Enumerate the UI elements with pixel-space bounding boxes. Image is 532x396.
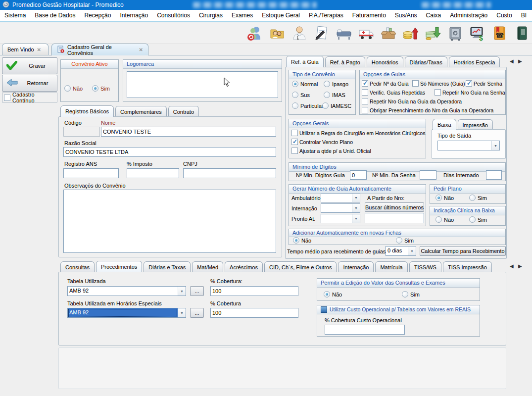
razao-social-field[interactable] [63,147,276,157]
menu-item-sus-ans[interactable]: Sus/Ans [390,10,422,21]
indicacao-nao-radio[interactable]: Não [435,216,454,223]
tab-ref-a-pagto[interactable]: Ref. à Pagto [325,56,365,67]
nome-field[interactable] [101,127,276,137]
menu-item-pa-terapias[interactable]: P.A./Terapias [304,10,348,21]
chevron-down-icon[interactable]: ▼ [352,194,360,202]
imposto-field[interactable] [127,168,179,178]
tipo-particular-radio[interactable]: Particular [292,102,323,109]
tab-horarios-especiais[interactable]: Horários Especia [449,56,500,67]
menu-item-bi[interactable]: BI [517,10,531,21]
tabela-utilizada-select[interactable]: AMB 92▼ [67,286,186,296]
tab-scroll-left-icon[interactable]: ◀ [510,58,514,64]
ambulatorio-select[interactable]: ▼ [321,193,360,202]
menu-item-cirurgias[interactable]: Cirurgias [194,10,227,21]
continuous-registration-checkbox[interactable]: Cadastro Contínuo [2,93,57,102]
menu-item-consultorios[interactable]: Consultórios [152,10,194,21]
bottom-tab-scroll-left-icon[interactable]: ◀ [510,263,514,269]
payment-down-icon[interactable] [422,23,444,43]
pedir-numero-guia-checkbox[interactable]: Pedir Nº da Guia [362,80,409,87]
tab-honorarios[interactable]: Honorários [367,56,403,67]
tipo-iamesc-radio[interactable]: IAMESC [322,102,351,109]
close-tab-icon[interactable]: ✕ [37,47,41,52]
plano-nao-radio[interactable]: Não [435,195,454,201]
cobertura1-field[interactable] [210,286,298,296]
toggle-square-icon[interactable] [321,306,327,313]
safe-icon[interactable] [444,23,466,43]
hospital-bed-icon[interactable] [333,23,355,43]
observacoes-textarea[interactable] [63,190,276,253]
tab-acrescimos[interactable]: Acréscimos [225,261,263,272]
menu-item-caixa[interactable]: Caixa [422,10,446,21]
chevron-down-icon[interactable]: ▼ [352,204,360,212]
logomarca-image-box[interactable] [127,71,278,98]
tipo-ipasgo-radio[interactable]: Ipasgo [324,81,348,87]
tab-tiss-impressao[interactable]: TISS Impressão [443,261,492,272]
fichas-nao-radio[interactable]: Não [293,237,311,244]
chevron-down-icon[interactable]: ▼ [178,308,186,317]
dias-internado-field[interactable] [486,170,502,180]
internacao-select[interactable]: ▼ [321,203,360,213]
tabela-especiais-browse-button[interactable]: ... [190,308,204,318]
min-senha-field[interactable] [420,170,436,180]
chevron-down-icon[interactable]: ▼ [408,247,416,255]
repetir-nro-senha-checkbox[interactable]: Repetir Nro Guia na Senha [435,89,505,96]
phone-book-icon[interactable]: ☎ [488,23,511,43]
tipo-sus-radio[interactable]: Sus [292,92,310,98]
tab-consultas[interactable]: Consultas [60,261,95,272]
tipo-normal-radio[interactable]: Normal [292,81,318,87]
tabela-browse-button[interactable]: ... [190,286,204,296]
radio-icon[interactable] [92,85,98,92]
cnpj-field[interactable] [183,168,276,178]
pronto-at-select[interactable]: ▼ [321,214,360,223]
custo-cobertura-field[interactable] [325,325,405,335]
controlar-vencto-checkbox[interactable]: Controlar Vencto Plano [291,139,353,145]
tab-tiss-ws[interactable]: TISS/WS [409,261,441,272]
tab-registros-basicos[interactable]: Registros Básicos [60,105,114,117]
tipo-imas-radio[interactable]: IMAS [324,92,345,98]
sync-users-icon[interactable] [243,23,266,43]
tab-matricula[interactable]: Matrícula [375,261,407,272]
tab-baixa[interactable]: Baixa [433,119,456,130]
menu-item-faturamento[interactable]: Faturamento [348,10,390,21]
tab-complementares[interactable]: Complementares [115,106,167,117]
pedir-senha-checkbox[interactable]: Pedir Senha [466,80,502,87]
chevron-down-icon[interactable]: ▼ [352,214,360,223]
min-digitos-guia-field[interactable] [350,170,367,180]
chevron-down-icon[interactable]: ▼ [178,287,186,296]
edicao-sim-radio[interactable]: Sim [402,291,420,297]
fichas-sim-radio[interactable]: Sim [396,237,414,244]
tab-scroll-right-icon[interactable]: ▶ [518,58,522,64]
tempo-medio-select[interactable]: 0 dias▼ [386,246,416,256]
buscar-numeros-button[interactable]: Buscar últimos números [365,202,424,212]
ativo-nao-radio[interactable]: Não [64,85,83,92]
tab-mat-med[interactable]: Mat/Med [192,261,223,272]
tab-diarias-e-taxas[interactable]: Diárias e Taxas [144,261,191,272]
tab-procedimentos[interactable]: Procedimentos [96,261,142,272]
tab-impressao[interactable]: Impressão [458,119,493,130]
tab-diarias-taxas[interactable]: Diárias/Taxas [405,56,447,67]
edicao-nao-radio[interactable]: Não [324,291,342,297]
repetir-nro-operadora-checkbox[interactable]: Repetir Nro Guia na Guia da Operadora [362,98,462,104]
radio-icon[interactable] [64,85,71,92]
ledger-book-icon[interactable] [511,23,532,43]
tab-cadastro-convenios[interactable]: Cadastro Geral de Convênios ✕ [51,44,148,55]
tab-contrato[interactable]: Contrato [168,106,199,117]
menu-item-sistema[interactable]: Sistema [0,10,30,21]
doctor-icon[interactable] [288,23,310,43]
a-partir-field[interactable] [365,213,424,223]
registro-ans-field[interactable] [63,168,119,178]
checkbox-box[interactable] [4,95,10,101]
chevron-down-icon[interactable]: ▼ [491,141,499,150]
menu-item-custo[interactable]: Custo [492,10,516,21]
tab-internacao-bottom[interactable]: Internação [338,261,374,272]
menu-item-exames[interactable]: Exames [227,10,257,21]
prescription-icon[interactable] [310,23,333,43]
save-button[interactable]: Gravar [2,57,57,74]
menu-item-internacao[interactable]: Internação [115,10,152,21]
menu-item-administracao[interactable]: Administração [445,10,492,21]
ambulance-icon[interactable] [355,23,377,43]
menu-item-recepcao[interactable]: Recepção [80,10,115,21]
patients-folder-icon[interactable] [266,23,288,43]
ajustar-qtde-checkbox[interactable]: Ajustar a qtde p/ a Unid. Oficial [291,148,371,154]
regra-cirurgiao-checkbox[interactable]: Utilizar a Regra do Cirurgião em Honorár… [291,130,425,136]
